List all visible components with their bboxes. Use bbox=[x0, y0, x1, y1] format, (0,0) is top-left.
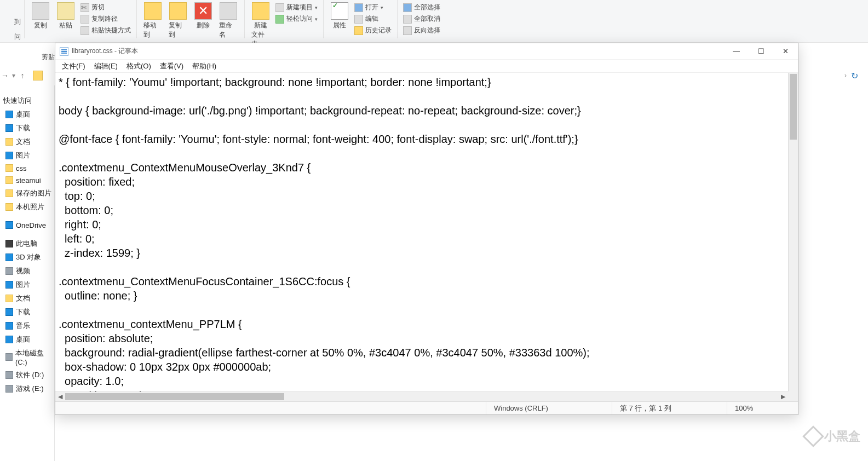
properties-label: 属性 bbox=[333, 21, 346, 30]
select-none-label: 全部取消 bbox=[414, 14, 440, 24]
nav-dropdown-icon[interactable]: ▾ bbox=[10, 72, 18, 79]
vertical-scrollbar-thumb[interactable] bbox=[790, 74, 797, 140]
paste-icon bbox=[57, 2, 74, 20]
delete-button[interactable]: ✕删除 bbox=[191, 1, 216, 31]
sidebar-item[interactable]: 保存的图片 bbox=[2, 186, 54, 200]
history-button[interactable]: 历史记录 bbox=[352, 25, 394, 36]
select-all-button[interactable]: 全部选择 bbox=[401, 2, 442, 13]
sidebar-item[interactable]: 本机照片 bbox=[2, 200, 54, 214]
sidebar-item-label: 音乐 bbox=[16, 321, 30, 331]
this-pc-icon bbox=[5, 240, 13, 247]
refresh-icon[interactable]: ↻ bbox=[847, 71, 863, 81]
open-icon bbox=[354, 3, 363, 12]
sidebar-item-label: 本地磁盘 (C:) bbox=[15, 348, 54, 366]
folder-icon bbox=[5, 124, 13, 132]
close-button[interactable]: ✕ bbox=[773, 43, 798, 60]
copy-path-label: 复制路径 bbox=[91, 14, 118, 24]
sidebar-quick-access[interactable]: 快速访问 bbox=[2, 94, 54, 107]
folder-icon bbox=[5, 189, 13, 197]
rename-icon bbox=[220, 2, 237, 20]
sidebar-item[interactable]: 游戏 (E:) bbox=[2, 382, 54, 395]
sidebar-item[interactable]: 下载 bbox=[2, 121, 54, 135]
sidebar-item[interactable]: 音乐 bbox=[2, 319, 54, 332]
copy-button[interactable]: 复制 bbox=[28, 1, 53, 31]
new-item-button[interactable]: 新建项目▾ bbox=[273, 2, 320, 13]
nav-forward-icon[interactable]: → bbox=[0, 71, 10, 80]
drive-icon bbox=[5, 281, 13, 289]
status-position: 第 7 行，第 1 列 bbox=[612, 402, 727, 414]
new-folder-label: 新建 bbox=[254, 21, 267, 30]
horizontal-scrollbar-track[interactable] bbox=[65, 392, 778, 401]
menu-view[interactable]: 查看(V) bbox=[156, 60, 188, 72]
paste-button[interactable]: 粘贴 bbox=[53, 1, 78, 31]
scroll-right-icon[interactable]: ▶ bbox=[778, 393, 788, 400]
scroll-left-icon[interactable]: ◀ bbox=[55, 393, 65, 400]
drive-icon bbox=[5, 267, 13, 275]
copy-to-label: 复制到 bbox=[169, 21, 187, 39]
notepad-text-content[interactable]: * { font-family: 'Youmu' !important; bac… bbox=[55, 73, 788, 391]
easy-access-button[interactable]: 轻松访问▾ bbox=[273, 14, 320, 24]
sidebar-item-label: 图片 bbox=[16, 280, 30, 290]
sidebar-item[interactable]: 下载 bbox=[2, 305, 54, 319]
sidebar-onedrive[interactable]: OneDrive bbox=[2, 219, 54, 231]
paste-shortcut-button[interactable]: 粘贴快捷方式 bbox=[78, 25, 133, 36]
new-folder-icon bbox=[252, 2, 269, 20]
horizontal-scrollbar-thumb[interactable] bbox=[65, 393, 284, 400]
sidebar-item-label: 保存的图片 bbox=[16, 188, 51, 198]
minimize-button[interactable]: — bbox=[724, 43, 749, 60]
open-button[interactable]: 打开▾ bbox=[352, 2, 394, 13]
properties-button[interactable]: 属性 bbox=[327, 1, 352, 31]
folder-icon bbox=[5, 203, 13, 211]
easy-access-label: 轻松访问 bbox=[286, 14, 313, 24]
notepad-titlebar[interactable]: libraryroot.css - 记事本 — ☐ ✕ bbox=[55, 43, 798, 60]
rename-button[interactable]: 重命名 bbox=[216, 1, 241, 41]
menu-format[interactable]: 格式(O) bbox=[122, 60, 156, 72]
sidebar-item[interactable]: 图片 bbox=[2, 148, 54, 162]
folder-icon bbox=[5, 138, 13, 146]
menu-edit[interactable]: 编辑(E) bbox=[90, 60, 122, 72]
copy-label: 复制 bbox=[34, 21, 47, 30]
move-to-button[interactable]: 移动到 bbox=[140, 1, 165, 41]
nav-arrows: → ▾ ↑ bbox=[0, 66, 55, 85]
sidebar-item[interactable]: steamui bbox=[2, 174, 54, 186]
this-pc-label: 此电脑 bbox=[16, 239, 37, 249]
notepad-editor[interactable]: * { font-family: 'Youmu' !important; bac… bbox=[55, 73, 798, 401]
sidebar-item[interactable]: 图片 bbox=[2, 278, 54, 291]
ribbon-group-clipboard-trunc: 到 问 bbox=[11, 0, 25, 38]
sidebar-item[interactable]: 文档 bbox=[2, 291, 54, 305]
explorer-ribbon: 到 问 复制 粘贴 剪切 复制路径 粘贴快捷方式 移动到 复制到 ✕删除 重命名… bbox=[0, 0, 868, 43]
delete-label: 删除 bbox=[197, 21, 210, 30]
invert-selection-button[interactable]: 反向选择 bbox=[401, 25, 442, 36]
sidebar-this-pc[interactable]: 此电脑 bbox=[2, 237, 54, 250]
copy-path-button[interactable]: 复制路径 bbox=[78, 14, 133, 24]
horizontal-scrollbar[interactable]: ◀ ▶ bbox=[55, 391, 788, 401]
sidebar-item[interactable]: 3D 对象 bbox=[2, 250, 54, 264]
notepad-title: libraryroot.css - 记事本 bbox=[72, 47, 138, 56]
sidebar-item[interactable]: 文档 bbox=[2, 135, 54, 148]
copy-icon bbox=[32, 2, 49, 20]
sidebar-item[interactable]: 桌面 bbox=[2, 107, 54, 121]
drive-icon bbox=[5, 336, 13, 343]
select-none-button[interactable]: 全部取消 bbox=[401, 14, 442, 24]
sidebar-item[interactable]: 视频 bbox=[2, 264, 54, 278]
sidebar-item[interactable]: 本地磁盘 (C:) bbox=[2, 346, 54, 368]
maximize-button[interactable]: ☐ bbox=[749, 43, 773, 60]
edit-button[interactable]: 编辑 bbox=[352, 14, 394, 24]
menu-help[interactable]: 帮助(H) bbox=[188, 60, 221, 72]
menu-file[interactable]: 文件(F) bbox=[58, 60, 90, 72]
notepad-window: libraryroot.css - 记事本 — ☐ ✕ 文件(F) 编辑(E) … bbox=[55, 43, 798, 415]
sidebar-item[interactable]: css bbox=[2, 162, 54, 174]
vertical-scrollbar[interactable] bbox=[788, 73, 798, 391]
sidebar-item-label: steamui bbox=[16, 176, 41, 185]
cut-button[interactable]: 剪切 bbox=[78, 2, 133, 13]
sidebar-item[interactable]: 软件 (D:) bbox=[2, 368, 54, 382]
copy-to-button[interactable]: 复制到 bbox=[165, 1, 191, 41]
ribbon-group-open: 属性 打开▾ 编辑 历史记录 bbox=[324, 0, 398, 38]
folder-icon bbox=[5, 164, 13, 172]
status-encoding: Windows (CRLF) bbox=[486, 402, 612, 414]
watermark: 小黑盒 bbox=[806, 428, 860, 445]
nav-up-icon[interactable]: ↑ bbox=[18, 71, 27, 80]
notepad-statusbar: Windows (CRLF) 第 7 行，第 1 列 100% bbox=[55, 401, 798, 414]
properties-icon bbox=[331, 2, 348, 20]
sidebar-item[interactable]: 桌面 bbox=[2, 332, 54, 346]
